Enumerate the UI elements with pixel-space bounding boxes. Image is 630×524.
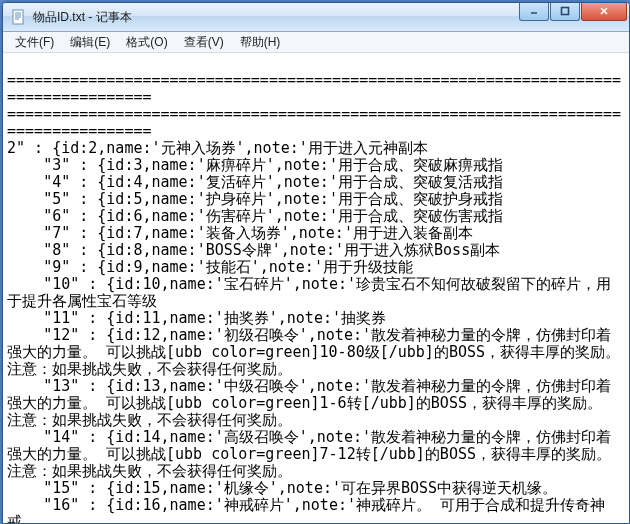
menu-format[interactable]: 格式(O) — [118, 32, 175, 53]
close-button[interactable] — [581, 2, 627, 21]
menubar: 文件(F) 编辑(E) 格式(O) 查看(V) 帮助(H) — [3, 32, 629, 53]
window-title: 物品ID.txt - 记事本 — [33, 9, 132, 26]
svg-rect-6 — [562, 8, 569, 15]
menu-edit[interactable]: 编辑(E) — [62, 32, 118, 53]
window-buttons — [518, 3, 627, 21]
text-area[interactable]: ========================================… — [3, 53, 629, 523]
app-icon — [11, 9, 27, 25]
maximize-button[interactable] — [550, 2, 580, 21]
minimize-button[interactable] — [519, 2, 549, 21]
menu-file[interactable]: 文件(F) — [7, 32, 62, 53]
titlebar[interactable]: 物品ID.txt - 记事本 — [3, 3, 629, 32]
menu-view[interactable]: 查看(V) — [176, 32, 232, 53]
notepad-window: 物品ID.txt - 记事本 文件(F) 编辑(E) 格式(O) 查看(V) 帮… — [2, 2, 630, 524]
menu-help[interactable]: 帮助(H) — [232, 32, 289, 53]
